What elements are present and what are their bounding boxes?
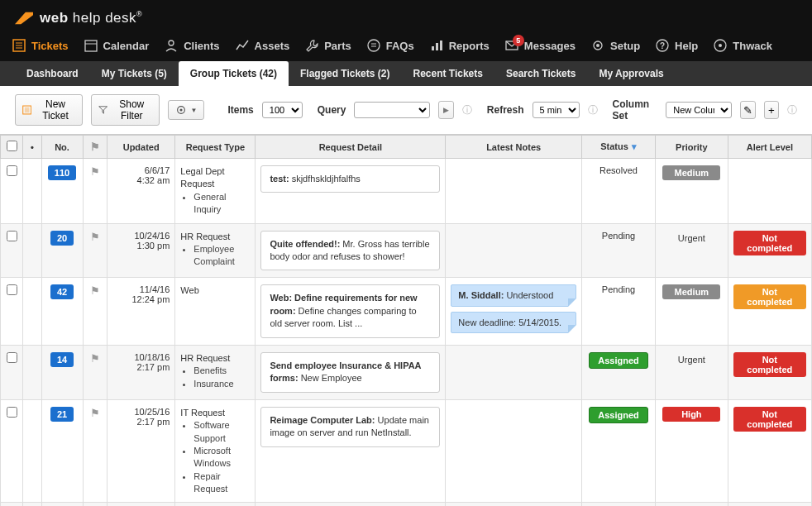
gear-menu-button[interactable]: ▼	[168, 100, 205, 120]
latest-note[interactable]: New deadline: 5/14/2015.	[451, 312, 576, 333]
query-label: Query	[318, 104, 346, 116]
user-icon	[164, 38, 179, 53]
priority-badge: Medium	[662, 284, 720, 299]
info-icon: ⓘ	[787, 103, 797, 117]
show-filter-button[interactable]: Show Filter	[91, 94, 160, 126]
svg-text:?: ?	[660, 41, 665, 50]
tab-dashboard[interactable]: Dashboard	[15, 61, 90, 86]
tab-my-approvals[interactable]: My Approvals	[587, 61, 675, 86]
items-select[interactable]: 100	[262, 102, 303, 118]
col-header-status[interactable]: Status▾	[581, 136, 655, 159]
nav-label: Thwack	[733, 40, 772, 52]
ticket-number[interactable]: 21	[50, 407, 74, 422]
alert-badge: Not completed	[733, 284, 806, 309]
list-icon	[22, 104, 31, 116]
svg-point-15	[596, 44, 599, 47]
new-ticket-label: New Ticket	[36, 98, 74, 122]
col-header-updated[interactable]: Updated	[107, 136, 175, 159]
request-detail[interactable]: Quite offended!: Mr. Gross has terrible …	[260, 231, 440, 271]
nav-item-calendar[interactable]: Calendar	[84, 38, 150, 53]
request-subtype: Benefits	[193, 365, 250, 377]
tab-group-tickets-[interactable]: Group Tickets (42)	[179, 61, 289, 86]
row-checkbox[interactable]	[7, 284, 17, 295]
col-header-notes[interactable]: Latest Notes	[446, 136, 582, 159]
nav-item-messages[interactable]: 5Messages	[504, 38, 576, 53]
nav-item-setup[interactable]: Setup	[590, 38, 640, 53]
colset-select[interactable]: New Colum	[666, 102, 732, 118]
tab-flagged-tickets-[interactable]: Flagged Tickets (2)	[289, 61, 401, 86]
status-badge: Assigned	[589, 407, 648, 423]
nav-label: Tickets	[31, 40, 69, 52]
row-checkbox[interactable]	[7, 165, 17, 176]
request-detail[interactable]: Reimage Computer Lab: Update main image …	[260, 407, 440, 447]
refresh-label: Refresh	[487, 104, 524, 116]
col-header-no[interactable]: No.	[41, 136, 83, 159]
faq-icon	[366, 38, 381, 53]
filter-icon	[98, 104, 107, 116]
flag-icon[interactable]: ⚑	[90, 352, 100, 365]
col-header-alert[interactable]: Alert Level	[728, 136, 811, 159]
nav-item-thwack[interactable]: Thwack	[713, 38, 772, 53]
colset-edit-button[interactable]: ✎	[740, 101, 755, 119]
nav-label: Messages	[524, 40, 576, 52]
updated-cell: 10/18/162:17 pm	[107, 345, 175, 399]
col-header-priority[interactable]: Priority	[656, 136, 728, 159]
flag-icon[interactable]: ⚑	[90, 407, 100, 419]
latest-note[interactable]: M. Siddall: Understood	[451, 284, 576, 306]
table-row: 20 ⚑ 10/24/161:30 pm HR RequestEmployee …	[1, 223, 812, 278]
col-header-type[interactable]: Request Type	[175, 136, 256, 159]
flag-icon[interactable]: ⚑	[90, 165, 100, 178]
calendar-icon	[84, 38, 98, 53]
refresh-select[interactable]: 5 min	[533, 102, 580, 118]
colset-add-button[interactable]: +	[764, 101, 779, 119]
nav-item-help[interactable]: ?Help	[655, 38, 698, 53]
status-text: Pending	[602, 231, 635, 241]
svg-rect-10	[432, 46, 434, 50]
tab-search-tickets[interactable]: Search Tickets	[494, 61, 588, 86]
request-subtype: Microsoft Windows	[193, 445, 250, 470]
items-label: Items	[227, 104, 253, 116]
request-detail[interactable]: Web: Define requirements for new room: D…	[260, 284, 440, 337]
row-checkbox[interactable]	[7, 231, 17, 241]
col-header-flag[interactable]: ⚑	[83, 136, 107, 159]
nav-item-parts[interactable]: Parts	[304, 38, 351, 53]
col-header-dot[interactable]: •	[23, 136, 41, 159]
table-row: 42 ⚑ 11/4/1612:24 pm Web Web: Define req…	[1, 278, 812, 346]
nav-item-assets[interactable]: Assets	[235, 38, 290, 53]
help-icon: ?	[655, 38, 670, 53]
request-detail[interactable]: Send employee Insurance & HIPAA forms: N…	[260, 352, 440, 393]
info-icon: ⓘ	[462, 103, 472, 117]
ticket-number[interactable]: 14	[50, 352, 74, 367]
nav-item-clients[interactable]: Clients	[164, 38, 219, 53]
row-checkbox[interactable]	[7, 352, 17, 363]
select-all-checkbox[interactable]	[7, 141, 17, 151]
row-checkbox[interactable]	[7, 407, 17, 418]
ticket-number[interactable]: 42	[50, 284, 74, 299]
request-type: HR RequestEmployee Complaint	[180, 231, 250, 269]
ticket-number[interactable]: 20	[50, 231, 74, 246]
new-ticket-button[interactable]: New Ticket	[15, 94, 83, 126]
request-detail[interactable]: test: skjdfhskldjhfalfhs	[260, 165, 440, 193]
priority-badge: Urgent	[662, 231, 720, 246]
flag-icon[interactable]: ⚑	[90, 231, 100, 243]
gear-icon	[175, 104, 187, 116]
svg-rect-12	[440, 41, 442, 50]
plus-icon: +	[768, 104, 775, 117]
svg-point-19	[719, 44, 722, 47]
nav-item-reports[interactable]: Reports	[429, 38, 490, 53]
flag-icon[interactable]: ⚑	[90, 284, 100, 297]
tab-recent-tickets[interactable]: Recent Tickets	[401, 61, 494, 86]
nav-label: Assets	[255, 40, 290, 52]
request-subtype: Software Support	[193, 419, 250, 445]
nav-item-faqs[interactable]: FAQs	[366, 38, 414, 53]
alert-badge: Not completed	[733, 407, 806, 432]
request-subtype: General Inquiry	[193, 191, 250, 217]
query-select[interactable]	[354, 102, 430, 118]
ticket-number[interactable]: 110	[48, 165, 76, 180]
nav-label: Parts	[324, 40, 351, 52]
tab-my-tickets-[interactable]: My Tickets (5)	[90, 61, 179, 86]
svg-point-7	[368, 40, 380, 51]
col-header-detail[interactable]: Request Detail	[256, 136, 446, 159]
nav-item-tickets[interactable]: Tickets	[12, 38, 69, 53]
query-run-button[interactable]: ▶	[438, 101, 453, 119]
